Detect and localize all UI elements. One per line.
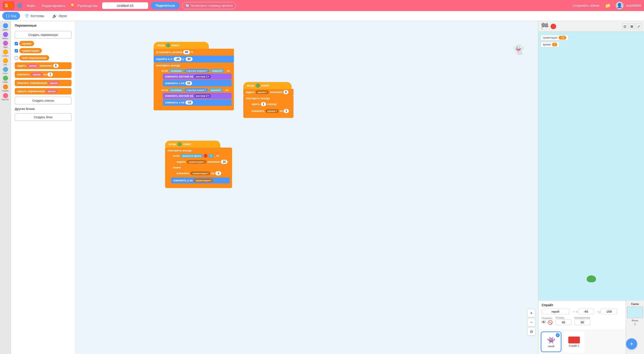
scene-thumbnail[interactable] — [627, 307, 643, 318]
change-var-dropdown[interactable]: время — [31, 73, 42, 76]
set-grav-block[interactable]: задать гравитация ▾ значение 15 — [174, 159, 230, 165]
category-looks[interactable]: Внеш. — [2, 32, 10, 40]
zoom-in-button[interactable]: + — [527, 309, 536, 317]
change-grav-block[interactable]: изменить гравитация ▾ на -1 — [174, 170, 230, 177]
set-size-block[interactable]: установить размер 40 % — [154, 49, 234, 56]
direction-input[interactable] — [574, 320, 590, 325]
repeat-forever-1[interactable]: повторять всегда если клавиша стрелка вп… — [154, 62, 234, 110]
show-variable-block[interactable]: показать переменную время — [15, 80, 72, 86]
scratch-logo[interactable]: S — [3, 1, 14, 10]
globe-icon[interactable]: 🌐 — [17, 3, 22, 8]
goto-x-value[interactable]: -25 — [174, 57, 181, 61]
create-list-button[interactable]: Создать список — [15, 97, 72, 104]
create-variable-button[interactable]: Создать переменную — [15, 31, 72, 39]
project-title-input[interactable] — [102, 2, 148, 9]
var3-pill[interactable]: моя переменная — [19, 55, 49, 60]
nav-edit[interactable]: Редактировать — [40, 3, 68, 8]
share-button[interactable]: Поделиться — [151, 2, 180, 9]
scene-count: 2 — [634, 323, 636, 326]
change-x-2[interactable]: изменить x на -10 — [163, 99, 232, 106]
hide-variable-block[interactable]: скрыть переменную время — [15, 88, 72, 94]
show-label: Показать — [542, 317, 553, 320]
user-avatar[interactable]: 👤 — [616, 1, 624, 9]
zoom-reset-button[interactable]: ⊙ — [527, 327, 536, 336]
sprite-thumb-hero[interactable]: 👾 герой × — [541, 332, 562, 352]
view-page-button[interactable]: 🔄 Посмотреть страницу проекта — [182, 2, 236, 9]
y-label: y — [599, 310, 600, 313]
create-block-button[interactable]: Создать блок — [15, 113, 72, 121]
tab-code[interactable]: { } Код — [2, 12, 20, 20]
var2-checkbox[interactable] — [15, 49, 18, 52]
direction-field: Направление — [574, 316, 590, 325]
y-input[interactable] — [601, 309, 617, 315]
show-eye-button[interactable]: 👁 — [542, 320, 546, 325]
code-group-movement[interactable]: когда 🏁 нажат установить размер 40 % пер… — [154, 42, 234, 110]
goto-xy-block[interactable]: перейти в x: -25 y: 80 — [154, 56, 234, 62]
var1-pill[interactable]: время — [19, 41, 34, 46]
refresh-icon: 🔄 — [186, 4, 189, 7]
goto-y-value[interactable]: 80 — [186, 57, 192, 61]
normal-stage-button[interactable]: ⊞ — [629, 23, 635, 29]
tab-sounds[interactable]: 🔊 Звуки — [49, 12, 70, 20]
change-x-1[interactable]: изменить x на 10 — [163, 80, 232, 86]
change-variable-block[interactable]: изменить время на 1 — [15, 71, 72, 78]
code-group-gravity[interactable]: когда 🏁 нажат повторять всегда если каса… — [165, 141, 232, 188]
nav-tutorials[interactable]: 💡 Руководства — [70, 3, 100, 8]
nav-file[interactable]: Файл — [25, 3, 37, 8]
sprite-thumb-1[interactable]: Спрайт 1 — [564, 332, 584, 352]
category-variables[interactable]: Перем. — [2, 84, 10, 92]
code-group-timer[interactable]: когда 🏁 нажат задать время ▾ значение 0 … — [243, 82, 294, 118]
var1-checkbox[interactable] — [15, 42, 18, 45]
if-left-key[interactable]: если клавиша стрелка влево ▾ нажата? , т… — [160, 87, 232, 93]
var2-checkbox-row: гравитация — [11, 47, 75, 54]
size-value[interactable]: 40 — [183, 50, 190, 54]
tab-costumes[interactable]: 👕 Костюмы — [21, 12, 48, 20]
hide-var-dropdown[interactable]: время — [46, 89, 58, 93]
category-myblocks[interactable]: Мои бл. — [2, 93, 10, 101]
show-var-dropdown[interactable]: время — [48, 81, 60, 85]
green-flag-button[interactable]: 🏁 — [541, 22, 549, 30]
var2-pill[interactable]: гравитация — [19, 48, 42, 53]
main: Движ. Внеш. Звук Событ. Упр. Сенс. Опер. — [0, 21, 644, 354]
set-var-dropdown[interactable]: время — [27, 64, 39, 68]
category-control[interactable]: Упр. — [2, 58, 10, 66]
if-touches-color[interactable]: если касается цвета ? , то — [171, 153, 230, 159]
if-right-body: изменить костюм на костюм 1 ▾ изменить x… — [163, 73, 232, 86]
size-input[interactable] — [556, 320, 572, 325]
stage-controls: 🏁 ⊡ ⊞ ⤢ — [538, 21, 644, 32]
set-time-block[interactable]: задать время ▾ значение 0 — [243, 89, 294, 95]
category-motion[interactable]: Движ. — [2, 23, 10, 31]
ghost-sprite-preview: 👻 — [513, 44, 524, 55]
sprite1-label: Спрайт 1 — [569, 344, 580, 347]
repeat-forever-2[interactable]: повторять всегда ждать 1 секунд изменить… — [243, 95, 294, 118]
change-costume-2[interactable]: изменить костюм на костюм 2 ▾ — [163, 93, 232, 99]
code-area[interactable]: когда 🏁 нажат установить размер 40 % пер… — [76, 21, 538, 354]
hide-eye-button[interactable]: 🚫 — [548, 320, 553, 325]
category-sound[interactable]: Звук — [2, 40, 10, 49]
sprite-section: Спрайт ↔ x ↕ y — [538, 301, 626, 354]
wait-block[interactable]: ждать 1 секунд — [249, 101, 291, 107]
sounds-icon: 🔊 — [52, 14, 57, 18]
change-time-block[interactable]: изменить время ▾ на 1 — [249, 108, 291, 114]
add-sprite-button[interactable]: + — [626, 338, 637, 350]
sprite-name-input[interactable] — [542, 309, 569, 315]
hero-delete-button[interactable]: × — [556, 333, 560, 337]
category-sensing[interactable]: Сенс. — [2, 67, 10, 75]
stop-button[interactable] — [550, 24, 556, 29]
set-variable-block[interactable]: задать время значение 0 — [15, 62, 72, 69]
zoom-out-button[interactable]: − — [527, 318, 536, 327]
change-y-block[interactable]: изменить y на гравитация ▾ — [171, 177, 230, 183]
small-stage-button[interactable]: ⊡ — [622, 23, 628, 29]
save-button[interactable]: Сохранить сейчас — [572, 4, 600, 7]
fullscreen-button[interactable]: ⤢ — [636, 23, 642, 29]
folder-icon[interactable]: 📁 — [605, 3, 611, 8]
right-panel: 🏁 ⊡ ⊞ ⤢ гравитация -26 время 0 — [538, 21, 644, 354]
category-events[interactable]: Событ. — [2, 49, 10, 57]
change-costume-1[interactable]: изменить костюм на костюм 1 ▾ — [163, 73, 232, 79]
var3-checkbox[interactable] — [15, 56, 18, 59]
category-operators[interactable]: Опер. — [2, 75, 10, 84]
repeat-forever-3[interactable]: повторять всегда если касается цвета ? ,… — [165, 148, 232, 188]
if-right-key[interactable]: если клавиша стрелка вправо ▾ нажата? , … — [160, 68, 232, 73]
stage-area: гравитация -26 время 0 — [538, 32, 644, 301]
x-input[interactable] — [578, 309, 594, 315]
